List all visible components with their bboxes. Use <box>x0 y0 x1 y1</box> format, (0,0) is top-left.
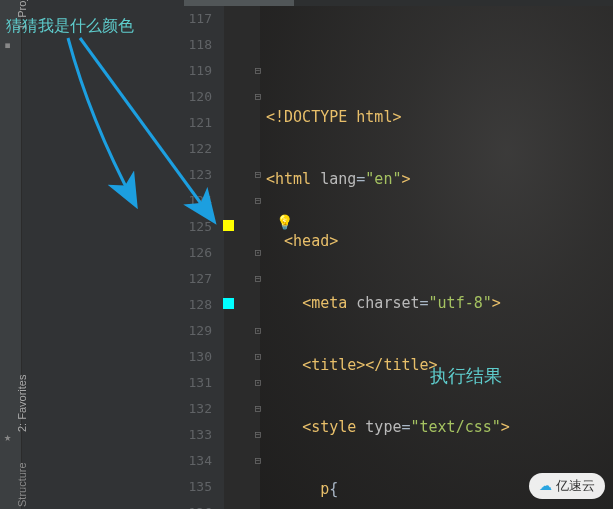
line-number[interactable]: 130 <box>186 344 216 370</box>
line-number[interactable]: 120 <box>186 84 216 110</box>
favorites-tool-button[interactable]: 2: Favorites <box>16 375 28 432</box>
fold-toggle[interactable]: ⊟ <box>252 396 264 422</box>
annotation-guess-color: 猜猜我是什么颜色 <box>6 16 134 37</box>
fold-end[interactable]: ⊡ <box>252 318 264 344</box>
fold-toggle[interactable]: ⊟ <box>252 266 264 292</box>
line-number[interactable]: 117 <box>186 6 216 32</box>
line-number[interactable]: 135 <box>186 474 216 500</box>
cloud-icon: ☁ <box>539 478 552 493</box>
line-number[interactable]: 128 <box>186 292 216 318</box>
color-swatch-cyan[interactable] <box>223 298 234 309</box>
fold-toggle[interactable]: ⊟ <box>252 58 264 84</box>
code-editor[interactable]: <!DOCTYPE html> <html lang="en"> <head> … <box>266 6 613 509</box>
code-line <box>266 42 613 68</box>
line-number[interactable]: 123 <box>186 162 216 188</box>
line-number[interactable]: 133 <box>186 422 216 448</box>
tool-window-bar: 1: Proj ▪ 2: Favorites ★ Structure <box>0 0 22 509</box>
fold-end[interactable]: ⊡ <box>252 240 264 266</box>
line-number[interactable]: 132 <box>186 396 216 422</box>
code-line: <meta charset="utf-8"> <box>266 290 613 316</box>
line-number[interactable]: 126 <box>186 240 216 266</box>
fold-end[interactable]: ⊡ <box>252 344 264 370</box>
code-line: <!DOCTYPE html> <box>266 104 613 130</box>
line-number[interactable]: 136 <box>186 500 216 509</box>
watermark-logo: ☁亿速云 <box>529 473 605 499</box>
left-panel-bg <box>22 0 184 509</box>
line-number[interactable]: 119 <box>186 58 216 84</box>
fold-column: ⊟ ⊟ ⊟ ⊟ ⊡ ⊟ ⊡ ⊡ ⊡ ⊟ ⊟ ⊟ <box>252 6 264 509</box>
annotation-result: 执行结果 <box>430 364 502 388</box>
line-number[interactable]: 131 <box>186 370 216 396</box>
color-swatch-yellow[interactable] <box>223 220 234 231</box>
star-icon: ★ <box>4 430 11 444</box>
line-number[interactable]: 118 <box>186 32 216 58</box>
folder-icon: ▪ <box>4 38 11 52</box>
fold-toggle[interactable]: ⊟ <box>252 422 264 448</box>
code-line: <html lang="en"> <box>266 166 613 192</box>
fold-toggle[interactable]: ⊟ <box>252 188 264 214</box>
line-number-column: 117 118 119 120 121 122 123 124 125 126 … <box>186 6 216 509</box>
fold-toggle[interactable]: ⊟ <box>252 84 264 110</box>
line-number[interactable]: 121 <box>186 110 216 136</box>
line-number[interactable]: 125 <box>186 214 216 240</box>
code-line: <head> <box>266 228 613 254</box>
structure-tool-button[interactable]: Structure <box>16 462 28 507</box>
fold-end[interactable]: ⊡ <box>252 370 264 396</box>
line-number[interactable]: 134 <box>186 448 216 474</box>
line-number[interactable]: 129 <box>186 318 216 344</box>
code-line: <style type="text/css"> <box>266 414 613 440</box>
line-number[interactable]: 122 <box>186 136 216 162</box>
line-number[interactable]: 127 <box>186 266 216 292</box>
fold-toggle[interactable]: ⊟ <box>252 162 264 188</box>
fold-toggle[interactable]: ⊟ <box>252 448 264 474</box>
line-number[interactable]: 124 <box>186 188 216 214</box>
intention-bulb-icon[interactable]: 💡 <box>276 214 288 230</box>
